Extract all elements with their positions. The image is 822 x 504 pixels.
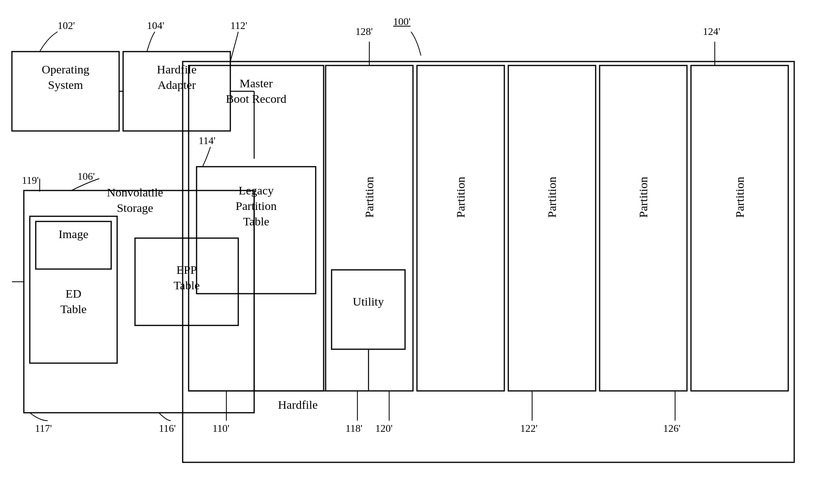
ref-116: 116' xyxy=(159,423,176,435)
ref-119: 119' xyxy=(22,175,39,187)
ref-114: 114' xyxy=(199,135,216,147)
partition1-label: Partition xyxy=(363,154,376,241)
ref-126: 126' xyxy=(663,423,681,435)
ref-102: 102' xyxy=(58,20,75,32)
hardfile-label: Hardfile xyxy=(238,397,357,412)
partition3-label: Partition xyxy=(545,154,559,241)
ref-104: 104' xyxy=(147,20,164,32)
ref-117: 117' xyxy=(35,423,52,435)
partition4-label: Partition xyxy=(637,154,650,241)
epp-table-label: EPPTable xyxy=(135,262,238,293)
legacy-pt-label: LegacyPartitionTable xyxy=(197,183,316,229)
ref-118: 118' xyxy=(345,423,363,435)
ref-128: 128' xyxy=(355,26,373,38)
image-label: Image xyxy=(36,226,111,242)
ref-106: 106' xyxy=(77,171,95,183)
ref-112: 112' xyxy=(230,20,247,32)
partition2-label: Partition xyxy=(454,154,467,241)
ref-124: 124' xyxy=(703,26,720,38)
ed-table-label: EDTable xyxy=(30,286,117,317)
os-label: OperatingSystem xyxy=(12,62,119,92)
ref-100: 100' xyxy=(393,16,411,28)
mbr-label: MasterBoot Record xyxy=(189,75,324,106)
utility-label: Utility xyxy=(332,294,405,309)
svg-rect-8 xyxy=(332,270,405,349)
nonvolatile-label: NonvolatileStorage xyxy=(79,185,191,215)
ref-120: 120' xyxy=(375,423,393,435)
diagram: 100' 102' 104' 112' 128' 124' 114' 119' … xyxy=(0,0,822,504)
ref-110: 110' xyxy=(212,423,230,435)
ref-122: 122' xyxy=(520,423,538,435)
partition5-label: Partition xyxy=(733,149,747,246)
